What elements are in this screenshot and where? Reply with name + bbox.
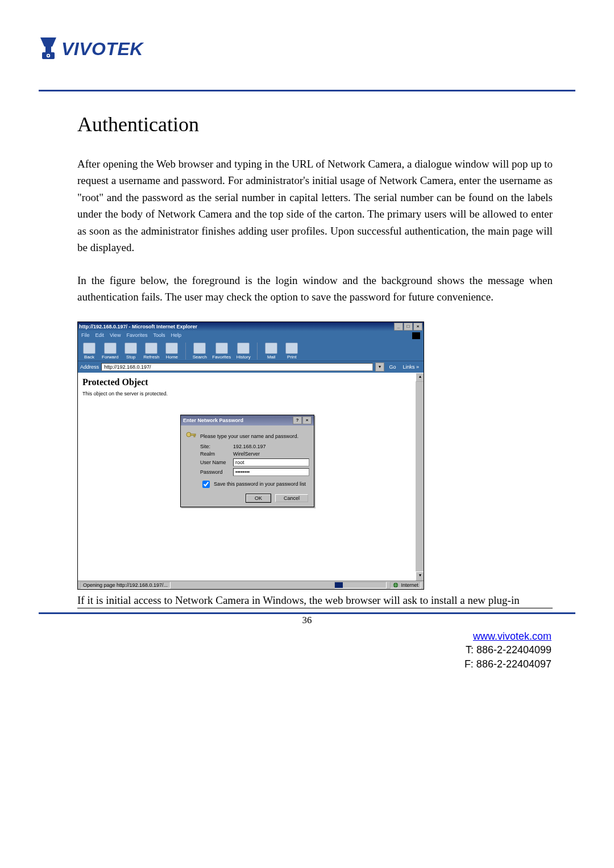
footer-fax: F: 886-2-22404097 — [464, 658, 551, 670]
svg-point-4 — [48, 55, 49, 57]
globe-icon — [393, 582, 399, 588]
password-input[interactable] — [233, 468, 309, 476]
svg-rect-7 — [194, 435, 195, 437]
status-text: Opening page http://192.168.0.197/... — [80, 582, 171, 589]
home-icon — [165, 343, 178, 354]
site-value: 192.168.0.197 — [233, 444, 266, 449]
search-icon — [193, 343, 206, 354]
save-password-checkbox[interactable] — [202, 481, 210, 488]
menu-favorites[interactable]: Favorites — [126, 332, 147, 339]
username-input[interactable] — [233, 458, 309, 466]
header-rule — [39, 90, 575, 91]
toolbar-separator — [185, 343, 186, 360]
menu-tools[interactable]: Tools — [153, 332, 165, 339]
status-progress — [334, 582, 387, 589]
address-dropdown-button[interactable]: ▾ — [375, 362, 384, 372]
menu-file[interactable]: File — [81, 332, 90, 339]
history-icon — [237, 343, 250, 354]
protected-object-text: This object on the server is protected. — [82, 391, 419, 397]
page-number: 36 — [0, 615, 614, 626]
paragraph-2: In the figure below, the foreground is t… — [77, 272, 553, 306]
page-footer: www.vivotek.com T: 886-2-22404099 F: 886… — [464, 629, 551, 671]
back-icon — [83, 343, 96, 354]
windows-logo-icon — [412, 332, 420, 339]
footer-url-link[interactable]: www.vivotek.com — [473, 631, 551, 642]
protected-object-heading: Protected Object — [82, 377, 419, 387]
key-icon — [185, 431, 197, 442]
forward-icon — [104, 343, 117, 354]
ie-content-area: Protected Object This object on the serv… — [78, 373, 424, 581]
close-button[interactable]: × — [413, 323, 422, 331]
refresh-button[interactable]: Refresh — [143, 343, 159, 360]
back-button[interactable]: Back — [81, 343, 97, 360]
logo-text: VIVOTEK — [61, 39, 143, 60]
realm-label: Realm — [200, 451, 230, 457]
maximize-button[interactable]: □ — [404, 323, 413, 331]
site-label: Site: — [200, 444, 230, 449]
status-zone: Internet — [390, 582, 421, 589]
stop-button[interactable]: Stop — [123, 343, 139, 360]
ok-button[interactable]: OK — [246, 494, 271, 502]
save-password-label: Save this password in your password list — [214, 481, 306, 487]
ie-title-text: http://192.168.0.197/ - Microsoft Intern… — [79, 324, 197, 329]
footer-tel: T: 886-2-22404099 — [466, 644, 551, 656]
print-button[interactable]: Print — [284, 343, 300, 360]
print-icon — [285, 343, 298, 354]
dialog-help-button[interactable]: ? — [293, 416, 302, 424]
forward-button[interactable]: Forward — [102, 343, 118, 360]
page-heading: Authentication — [77, 112, 553, 136]
cancel-button[interactable]: Cancel — [275, 494, 308, 502]
paragraph-1: After opening the Web browser and typing… — [77, 156, 553, 256]
ie-window: http://192.168.0.197/ - Microsoft Intern… — [77, 322, 424, 590]
ie-toolbar: Back Forward Stop Refresh Home Search Fa… — [78, 340, 424, 361]
logo-mark-icon — [39, 36, 58, 61]
links-button[interactable]: Links » — [400, 364, 421, 370]
username-label: User Name — [200, 460, 230, 465]
password-label: Password — [200, 469, 230, 475]
menu-help[interactable]: Help — [171, 332, 181, 339]
ie-addressbar: Address ▾ Go Links » — [78, 361, 424, 373]
paragraph-3: If it is initial access to Network Camer… — [77, 594, 553, 608]
mail-icon — [265, 343, 277, 354]
address-input[interactable] — [101, 363, 373, 371]
menu-edit[interactable]: Edit — [96, 332, 105, 339]
scroll-down-button[interactable]: ▾ — [416, 571, 424, 581]
history-button[interactable]: History — [235, 343, 251, 360]
stop-icon — [125, 343, 137, 354]
ie-titlebar: http://192.168.0.197/ - Microsoft Intern… — [78, 322, 424, 331]
minimize-button[interactable]: _ — [394, 323, 403, 331]
dialog-prompt: Please type your user name and password. — [200, 433, 298, 439]
dialog-titlebar: Enter Network Password ? × — [181, 415, 314, 425]
toolbar-separator — [257, 343, 258, 360]
favorites-button[interactable]: Favorites — [212, 343, 231, 360]
favorites-icon — [215, 343, 228, 354]
realm-value: WirelServer — [233, 451, 260, 457]
auth-dialog: Enter Network Password ? × — [180, 415, 314, 507]
mail-button[interactable]: Mail — [263, 343, 279, 360]
svg-rect-1 — [45, 47, 51, 52]
dialog-title-text: Enter Network Password — [183, 418, 243, 423]
home-button[interactable]: Home — [164, 343, 180, 360]
brand-logo: VIVOTEK — [39, 36, 143, 61]
refresh-icon — [145, 343, 157, 354]
footer-rule — [39, 612, 575, 614]
go-button[interactable]: Go — [387, 364, 398, 370]
search-button[interactable]: Search — [192, 343, 208, 360]
scroll-up-button[interactable]: ▴ — [416, 373, 424, 382]
dialog-close-button[interactable]: × — [302, 416, 312, 424]
ie-statusbar: Opening page http://192.168.0.197/... In… — [78, 581, 424, 589]
address-label: Address — [80, 364, 99, 370]
svg-marker-0 — [40, 37, 56, 47]
ie-menubar: File Edit View Favorites Tools Help — [78, 331, 424, 340]
vertical-scrollbar[interactable]: ▴ ▾ — [416, 373, 424, 581]
menu-view[interactable]: View — [110, 332, 121, 339]
